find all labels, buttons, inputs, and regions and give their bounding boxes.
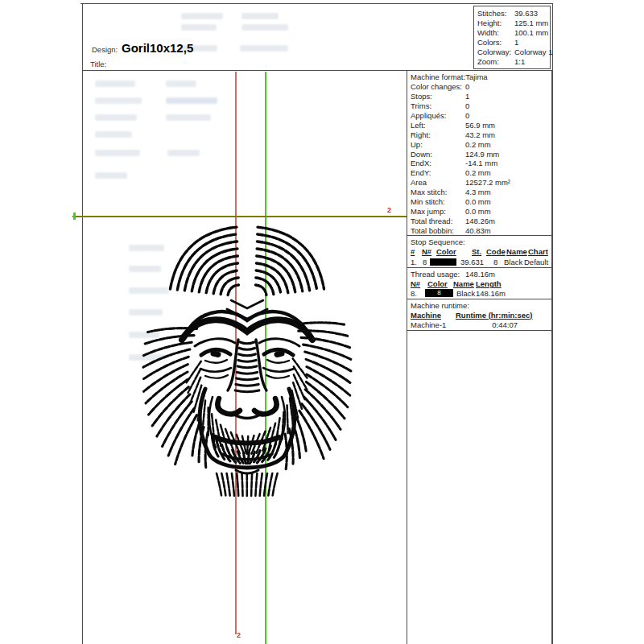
info-value: 4.3 mm (465, 188, 491, 197)
info-value: 43.2 mm (465, 130, 495, 140)
design-label: Design: (92, 45, 118, 54)
info-row: Right:43.2 mm (407, 130, 551, 140)
stat-label: Zoom: (477, 57, 514, 67)
info-label: Min stitch: (407, 197, 465, 207)
thread-usage-title: Thread usage: (411, 270, 460, 279)
stop-seq-chart: Default (524, 258, 548, 266)
info-value: 148.26m (465, 217, 495, 226)
stop-seq-code: 8 (493, 258, 497, 266)
stats-row: Zoom:1:1 (474, 57, 550, 67)
info-value: 0.2 mm (465, 168, 491, 178)
info-label: Max stitch: (407, 188, 465, 197)
ghost-print-smudge (181, 13, 223, 19)
stat-label: Colors: (477, 38, 514, 47)
col-header: N# (411, 279, 420, 288)
stat-label: Height: (477, 19, 514, 28)
empty-panel-area (407, 331, 551, 644)
info-row: EndX:-14.1 mm (407, 159, 551, 168)
info-row: Max stitch:4.3 mm (407, 188, 551, 197)
stop-sequence-section: Stop Sequence: # N# Color St. Code Name … (407, 236, 551, 268)
col-header: St. (472, 247, 481, 256)
thread-length: 148.16m (476, 289, 506, 298)
info-label: Right: (407, 130, 465, 140)
ghost-print-smudge (95, 97, 142, 104)
col-header: Length (476, 279, 502, 288)
info-label: Total bobbin: (407, 226, 465, 236)
info-label: Down: (407, 150, 465, 159)
ghost-print-smudge (95, 150, 140, 156)
info-value: 0.0 mm (465, 207, 491, 217)
info-label: EndY: (407, 168, 465, 178)
info-label: Left: (407, 121, 465, 130)
thread-n: 8. (411, 289, 417, 298)
info-row: Trims:0 (407, 101, 551, 111)
stat-value: 125.1 mm (514, 19, 548, 27)
ghost-print-smudge (95, 80, 135, 87)
col-header: Chart (528, 247, 548, 256)
stat-label: Width: (477, 28, 514, 38)
info-row: Max jump:0.0 mm (407, 207, 551, 217)
stats-row: Width:100.1 mm (474, 28, 550, 38)
stop-seq-num: 1. (411, 258, 417, 266)
info-row: Appliqués:0 (407, 111, 551, 121)
stats-box: Stitches:39.633 Height:125.1 mm Width:10… (473, 6, 551, 69)
stop-sequence-title: Stop Sequence: (411, 237, 465, 246)
thread-usage-section: Thread usage: 148.16m N# Color Name Leng… (407, 268, 551, 299)
info-panel: Machine format:Tajima Color changes:0 St… (407, 71, 552, 644)
info-value: 0.0 mm (465, 197, 491, 207)
stop-seq-st: 39.631 (460, 258, 484, 266)
info-label: Appliqués: (407, 111, 465, 121)
color-swatch (430, 258, 456, 266)
gorilla-embroidery-design (137, 219, 358, 501)
col-header: Name (506, 247, 527, 256)
col-header: Color (436, 247, 456, 256)
stat-value: 1:1 (514, 57, 525, 66)
col-header: # (411, 247, 415, 256)
info-row: Down:124.9 mm (407, 150, 551, 159)
thread-name: Black (456, 289, 475, 298)
info-label: Area (407, 178, 465, 188)
info-row: Machine format:Tajima (407, 72, 551, 82)
thread-usage-total: 148.16m (465, 270, 495, 279)
page-right-border (552, 3, 553, 644)
stats-row: Stitches:39.633 (474, 9, 550, 19)
stop-seq-n: 8 (423, 258, 427, 266)
stats-row: Colors:1 (474, 38, 550, 47)
print-preview-page: Design: Goril10x12,5 Title: Stitches:39.… (0, 0, 644, 644)
color-swatch: 8 (425, 289, 453, 297)
stat-value: Colorway 1 (514, 47, 553, 56)
info-row: Total bobbin:40.83m (407, 226, 551, 236)
stat-label: Colorway: (477, 47, 514, 57)
col-header: Machine (411, 311, 441, 320)
info-value: Tajima (465, 72, 487, 82)
info-value: -14.1 mm (465, 159, 497, 168)
info-row: Total thread:148.26m (407, 217, 551, 226)
info-label: Trims: (407, 101, 465, 111)
stats-row: Colorway:Colorway 1 (474, 47, 550, 57)
info-row: Stops:1 (407, 92, 551, 101)
machine-runtime-title: Machine runtime: (411, 301, 469, 310)
info-label: Max jump: (407, 207, 465, 217)
info-value: 0.2 mm (465, 140, 491, 150)
ghost-print-smudge (166, 97, 217, 104)
stat-value: 1 (514, 38, 518, 47)
stat-value: 39.633 (514, 9, 538, 18)
ghost-print-smudge (167, 150, 200, 156)
info-value: 1 (465, 92, 469, 101)
ghost-print-smudge (166, 80, 196, 87)
machine-info-section: Machine format:Tajima Color changes:0 St… (407, 71, 551, 236)
info-label: Stops: (407, 92, 465, 101)
ghost-print-smudge (242, 24, 288, 31)
info-label: EndX: (407, 159, 465, 168)
info-value: 0 (465, 82, 469, 92)
info-value: 12527.2 mm² (465, 178, 510, 188)
col-header: Runtime (hr:min:sec) (456, 311, 533, 320)
info-label: Up: (407, 140, 465, 150)
ghost-print-smudge (95, 172, 127, 179)
info-row: Color changes:0 (407, 82, 551, 92)
info-value: 124.9 mm (465, 150, 499, 159)
info-value: 0 (465, 111, 469, 121)
baseline-stop-marker: 2 (387, 206, 391, 214)
col-header: Code (486, 247, 506, 256)
page-left-border (82, 3, 83, 644)
